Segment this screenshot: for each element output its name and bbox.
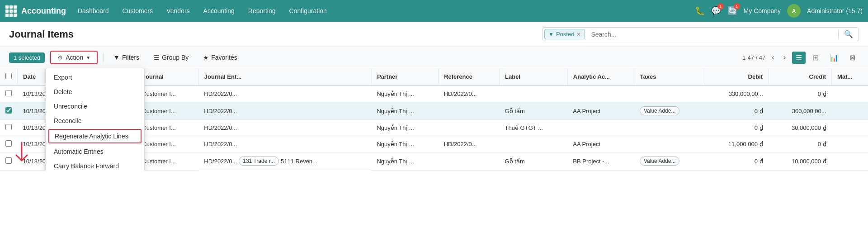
cell-partner: Nguyễn Thị ... [371,152,438,171]
grid-view-button[interactable]: ⊞ [809,52,822,64]
col-debit[interactable]: Debit [705,68,768,86]
row-checkbox-cell[interactable] [0,152,18,171]
col-match[interactable]: Mat... [832,68,868,86]
row-checkbox[interactable] [5,157,12,164]
col-journal-entry[interactable]: Journal Ent... [198,68,371,86]
cell-label: Thuế GTGT ... [500,120,568,136]
cell-match [832,136,868,152]
cell-analytic: AA Project [567,102,634,120]
grid-icon [5,5,17,17]
unreconcile-menu-item[interactable]: Unreconcile [46,99,144,114]
cell-taxes [634,136,705,152]
carry-balance-menu-item[interactable]: Carry Balance Forward [46,159,144,171]
bug-report-icon[interactable]: 🐛 [695,6,705,16]
remove-filter-icon[interactable]: ✕ [576,31,581,38]
toolbar-divider [103,53,104,62]
reconcile-menu-item[interactable]: Reconcile [46,114,144,128]
delete-menu-item[interactable]: Delete [46,85,144,99]
search-input[interactable] [586,28,838,41]
cell-credit: 300,000,00... [769,102,832,120]
top-navigation: Accounting Dashboard Customers Vendors A… [0,0,868,22]
cell-journal: Customer I... [137,120,198,136]
cell-analytic [567,120,634,136]
chart-view-button[interactable]: 📊 [826,52,842,64]
regenerate-analytic-menu-item[interactable]: Regenerate Analytic Lines [48,129,142,143]
brand-name: Accounting [21,6,66,16]
cell-match [832,152,868,171]
cell-reference [439,102,500,120]
cell-credit: 0 ₫ [769,86,832,102]
filters-button[interactable]: ▼ Filters [109,52,144,63]
col-analytic[interactable]: Analytic Ac... [567,68,634,86]
row-checkbox-cell[interactable] [0,120,18,136]
nav-menu: Dashboard Customers Vendors Accounting R… [71,5,693,17]
cell-label [500,86,568,102]
cell-match [832,102,868,120]
cell-credit: 30,000,000 ₫ [769,120,832,136]
cell-analytic: AA Project [567,136,634,152]
cell-journal: Customer I... [137,152,198,171]
posted-filter[interactable]: ▼ Posted ✕ [544,29,585,39]
cell-match [832,120,868,136]
messages-icon[interactable]: 💬 1 [711,6,721,16]
select-all-checkbox[interactable] [5,73,12,79]
messages-badge: 1 [717,3,724,10]
page-title: Journal Items [9,28,74,40]
prev-page-button[interactable]: ‹ [769,52,777,62]
kanban-view-button[interactable]: ⊠ [846,52,859,64]
nav-accounting[interactable]: Accounting [197,5,241,17]
updates-icon[interactable]: 🔄 1 [727,6,737,16]
row-checkbox-cell[interactable] [0,136,18,152]
nav-configuration[interactable]: Configuration [283,5,333,17]
favorites-button[interactable]: ★ Favorites [198,52,242,63]
entry-tag-badge: 131 Trade r... [239,157,279,166]
col-label[interactable]: Label [500,68,568,86]
action-button[interactable]: ⚙ Action ▼ [50,51,98,64]
row-checkbox[interactable] [5,90,12,96]
action-dropdown-menu: Export Delete Unreconcile Reconcile Rege… [45,68,145,171]
automatic-entries-menu-item[interactable]: Automatic Entries [46,144,144,159]
app-logo[interactable]: Accounting [5,5,66,17]
row-checkbox-cell[interactable] [0,102,18,120]
user-menu[interactable]: Administrator (15.7) [807,7,863,14]
cell-label: Gỗ tấm [500,152,568,171]
row-checkbox[interactable] [5,107,12,114]
cell-match [832,86,868,102]
export-menu-item[interactable]: Export [46,70,144,85]
entry-ref-text: 5111 Reven... [281,158,317,165]
cell-reference [439,120,500,136]
cell-partner: Nguyễn Thị ... [371,120,438,136]
nav-vendors[interactable]: Vendors [160,5,196,17]
cell-taxes [634,86,705,102]
cell-debit: 330,000,00... [705,86,768,102]
col-credit[interactable]: Credit [769,68,832,86]
cell-journal: Customer I... [137,136,198,152]
cell-reference [439,152,500,171]
toolbar-right: 1-47 / 47 ‹ › ☰ ⊞ 📊 ⊠ [742,52,859,64]
nav-dashboard[interactable]: Dashboard [71,5,115,17]
cell-journal-entry: HD/2022/0... 131 Trade r... 5111 Reven..… [198,152,371,170]
col-reference[interactable]: Reference [439,68,500,86]
cell-credit: 10,000,000 ₫ [769,152,832,171]
toolbar: 1 selected ⚙ Action ▼ ▼ Filters ☰ Group … [0,47,868,68]
company-switcher[interactable]: My Company [744,7,781,14]
row-checkbox[interactable] [5,124,12,130]
cell-taxes [634,120,705,136]
nav-customers[interactable]: Customers [116,5,160,17]
list-view-button[interactable]: ☰ [792,52,806,64]
cell-analytic: BB Project -... [567,152,634,171]
cell-debit: 0 ₫ [705,102,768,120]
col-partner[interactable]: Partner [371,68,438,86]
search-submit-button[interactable]: 🔍 [838,30,859,38]
filter-label: Posted [556,31,574,38]
select-all-header[interactable] [0,68,18,86]
avatar[interactable]: A [787,4,801,18]
row-checkbox-cell[interactable] [0,86,18,102]
nav-reporting[interactable]: Reporting [242,5,282,17]
next-page-button[interactable]: › [781,52,788,62]
col-taxes[interactable]: Taxes [634,68,705,86]
col-journal[interactable]: Journal [137,68,198,86]
row-checkbox[interactable] [5,140,12,147]
groupby-button[interactable]: ☰ Group By [149,52,193,63]
action-label: Action [66,54,83,61]
